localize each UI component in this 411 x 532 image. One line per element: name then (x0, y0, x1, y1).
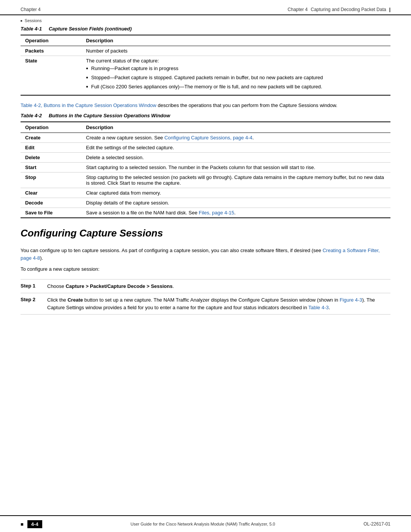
table-row: Clear Clear captured data from memory. (21, 188, 390, 198)
page-number: 4-4 (27, 520, 42, 528)
page-footer: ■ 4-4 User Guide for the Cisco Network A… (0, 515, 411, 532)
table-row: Start Start capturing to a selected sess… (21, 163, 390, 173)
body-text-3: To configure a new capture session: (21, 265, 390, 273)
header-chapter-label: Chapter 4 (288, 7, 308, 12)
configuring-sessions-link[interactable]: Configuring Capture Sessions, page 4-4 (164, 135, 252, 141)
t2-desc-edit: Edit the settings of the selected captur… (81, 143, 390, 153)
t2-op-stop: Stop (21, 173, 81, 188)
header-title-area: Chapter 4 Capturing and Decoding Packet … (288, 7, 390, 12)
table-row: Packets Number of packets (21, 46, 390, 56)
steps-container: Step 1 Choose Capture > Packet/Capture D… (21, 279, 390, 315)
table-row: Edit Edit the settings of the selected c… (21, 143, 390, 153)
t2-desc-stop: Stop capturing to the selected session (… (81, 173, 390, 188)
step2-content: Click the Create button to set up a new … (47, 296, 390, 311)
t2-op-edit: Edit (21, 143, 81, 153)
t2-op-start: Start (21, 163, 81, 173)
t2-desc-start: Start capturing to a selected session. T… (81, 163, 390, 173)
table-row: Stop Stop capturing to the selected sess… (21, 173, 390, 188)
table2-col2-header: Description (81, 122, 390, 133)
t2-op-create: Create (21, 133, 81, 143)
footer-doc-id: OL-22617-01 (363, 521, 390, 527)
table2-col1-header: Operation (21, 122, 81, 133)
table1-op-state: State (21, 56, 81, 95)
bullet-running: Running—Packet capture is in progress (86, 65, 386, 72)
page-header: Chapter 4 Chapter 4 Capturing and Decodi… (0, 0, 411, 15)
body-text-2: You can configure up to ten capture sess… (21, 247, 390, 262)
table1-col2-header: Description (81, 35, 390, 46)
table1: Operation Description Packets Number of … (21, 35, 390, 96)
table1-op-packets: Packets (21, 46, 81, 56)
footer-center: User Guide for the Cisco Network Analysi… (50, 522, 356, 526)
table-row: Delete Delete a selected session. (21, 153, 390, 163)
table1-desc-packets: Number of packets (81, 46, 390, 56)
table43-link[interactable]: Table 4-3 (308, 305, 328, 310)
step-row-2: Step 2 Click the Create button to set up… (21, 293, 390, 315)
table-row: Save to File Save a session to a file on… (21, 208, 390, 218)
files-link[interactable]: Files, page 4-15 (199, 210, 234, 216)
header-bar: | (389, 7, 390, 12)
t2-desc-clear: Clear captured data from memory. (81, 188, 390, 198)
table-row: State The current status of the capture:… (21, 56, 390, 95)
table2-link[interactable]: Table 4-2, Buttons in the Capture Sessio… (21, 102, 156, 108)
t2-op-clear: Clear (21, 188, 81, 198)
t2-op-save: Save to File (21, 208, 81, 218)
table-row: Decode Display details of the capture se… (21, 198, 390, 208)
table2: Operation Description Create Create a ne… (21, 121, 390, 218)
t2-desc-decode: Display details of the capture session. (81, 198, 390, 208)
section-heading: Configuring Capture Sessions (21, 227, 390, 241)
figure43-link[interactable]: Figure 4-3 (339, 297, 362, 303)
step-row-1: Step 1 Choose Capture > Packet/Capture D… (21, 280, 390, 294)
state-bullets: Running—Packet capture is in progress St… (86, 65, 386, 91)
bullet-stopped: Stopped—Packet capture is stopped. Captu… (86, 74, 386, 81)
footer-square-icon: ■ (21, 521, 24, 527)
table1-desc-state: The current status of the capture: Runni… (81, 56, 390, 95)
table2-caption: Table 4-2 Buttons in the Capture Session… (21, 113, 390, 118)
table1-caption: Table 4-1 Capture Session Fields (contin… (21, 26, 390, 32)
breadcrumb: Sessions (0, 17, 411, 26)
main-content: Table 4-1 Capture Session Fields (contin… (0, 26, 411, 315)
t2-op-delete: Delete (21, 153, 81, 163)
header-chapter: Chapter 4 (21, 7, 41, 12)
step2-label: Step 2 (21, 296, 47, 302)
t2-desc-delete: Delete a selected session. (81, 153, 390, 163)
step1-bold: Capture > Packet/Capture Decode > Sessio… (65, 283, 172, 289)
table-row: Create Create a new capture session. See… (21, 133, 390, 143)
footer-left: ■ 4-4 (21, 520, 42, 528)
t2-desc-save: Save a session to a file on the NAM hard… (81, 208, 390, 218)
body-text-1: Table 4-2, Buttons in the Capture Sessio… (21, 102, 390, 109)
t2-desc-create: Create a new capture session. See Config… (81, 133, 390, 143)
table1-col1-header: Operation (21, 35, 81, 46)
t2-op-decode: Decode (21, 198, 81, 208)
header-title: Capturing and Decoding Packet Data (311, 7, 386, 12)
step2-bold1: Create (67, 297, 83, 303)
bullet-full: Full (Cisco 2200 Series appliances only)… (86, 83, 386, 90)
step1-label: Step 1 (21, 283, 47, 289)
step1-content: Choose Capture > Packet/Capture Decode >… (47, 283, 390, 290)
